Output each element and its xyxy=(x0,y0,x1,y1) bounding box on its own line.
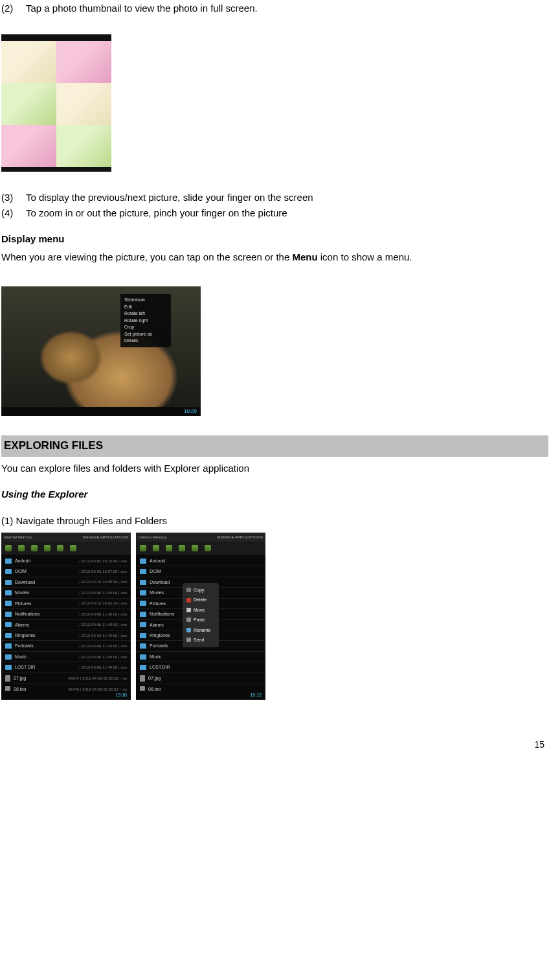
file-name: Download xyxy=(150,579,170,585)
file-row: Music xyxy=(136,652,265,662)
step-4: (4) To zoom in or out the picture, pinch… xyxy=(1,207,548,220)
file-context-menu: CopyDeleteMovePasteRenameSend xyxy=(183,583,219,647)
file-name: Podcasts xyxy=(15,643,34,649)
folder-icon xyxy=(140,559,146,564)
file-name: Android xyxy=(15,558,30,564)
file-row: Ringtones| 2012-09-06 11:40:06 | drw xyxy=(1,630,131,641)
photo-menu-item: Rotate left xyxy=(124,310,167,317)
step-3-text: To display the previous/next picture, sl… xyxy=(26,191,313,204)
file-name: Music xyxy=(150,654,161,660)
context-menu-icon xyxy=(186,638,191,642)
topbar-left: Internal Memory xyxy=(139,535,166,540)
clock-text: 10:29 xyxy=(184,408,197,415)
toolbar-icon xyxy=(192,545,198,551)
file-name: Notifications xyxy=(15,611,39,617)
photo-menu-item: Edit xyxy=(124,304,167,311)
context-menu-item: Move xyxy=(183,605,219,615)
display-menu-paragraph: When you are viewing the picture, you ca… xyxy=(1,251,548,264)
file-row: Android xyxy=(136,556,265,566)
display-menu-text-bold: Menu xyxy=(292,251,317,262)
file-name: Alarms xyxy=(150,622,164,628)
file-name: Pictures xyxy=(150,601,166,606)
topbar-right: MANAGE APPLICATIONS xyxy=(217,535,263,540)
status-bar: 19:10 xyxy=(1,691,131,700)
file-row: Podcasts| 2012-09-06 11:40:06 | drw xyxy=(1,641,131,651)
context-menu-label: Send xyxy=(194,637,204,643)
context-menu-item: Delete xyxy=(183,595,219,605)
step-3-number: (3) xyxy=(1,191,19,204)
toolbar-icon xyxy=(153,545,159,551)
using-explorer-heading: Using the Explorer xyxy=(1,488,548,501)
display-menu-text-post: icon to show a menu. xyxy=(318,251,412,262)
file-meta: | 2012-09-06 11:40:06 | drw xyxy=(80,612,128,617)
file-row: Alarms| 2012-09-06 11:40:06 | drw xyxy=(1,620,131,630)
photo-menu-figure: SlideshowEditRotate leftRotate rightCrop… xyxy=(1,286,548,416)
file-name: DCIM xyxy=(150,568,161,574)
folder-icon xyxy=(5,654,12,660)
file-list: Android| 2012-09-05 18:15:40 | drwDCIM| … xyxy=(1,555,131,697)
folder-icon xyxy=(5,643,12,649)
photo-menu-item: Set picture as xyxy=(124,331,167,338)
file-row: Android| 2012-09-05 18:15:40 | drw xyxy=(1,556,131,566)
nav-bar xyxy=(1,167,111,172)
context-menu-icon xyxy=(186,617,191,622)
clock-text: 19:10 xyxy=(115,692,127,698)
exploring-files-heading: EXPLORING FILES xyxy=(1,435,548,457)
photo-menu-item: Crop xyxy=(124,324,167,331)
photo-menu-item: Details xyxy=(124,338,167,345)
file-meta: | 2012-09-06 11:40:06 | drw xyxy=(80,633,128,638)
file-row: Notifications| 2012-09-06 11:40:06 | drw xyxy=(1,609,131,619)
step-4-number: (4) xyxy=(1,207,19,220)
step-3: (3) To display the previous/next picture… xyxy=(1,191,548,204)
file-meta: | 2012-09-06 11:40:06 | drw xyxy=(80,643,128,649)
file-row: LOST.DIR xyxy=(136,662,265,673)
context-menu-item: Copy xyxy=(183,585,219,595)
explorer-figures: Internal Memory MANAGE APPLICATIONS Andr… xyxy=(1,533,548,700)
file-name: LOST.DIR xyxy=(15,664,36,670)
context-menu-label: Paste xyxy=(194,617,205,623)
page-number: 15 xyxy=(1,739,548,751)
photo-thumbnail-figure xyxy=(1,34,548,172)
status-bar: 10:29 xyxy=(1,407,201,416)
exploring-files-intro: You can explore files and folders with E… xyxy=(1,462,548,475)
context-menu-icon xyxy=(186,598,191,603)
folder-icon xyxy=(140,612,146,617)
toolbar-icon xyxy=(44,545,50,551)
folder-icon xyxy=(5,569,12,574)
context-menu-label: Move xyxy=(194,607,205,613)
file-row: LOST.DIR| 2012-09-06 11:40:06 | drw xyxy=(1,662,131,673)
toolbar-icon xyxy=(166,545,172,551)
file-row: Music| 2012-09-06 11:40:06 | drw xyxy=(1,652,131,662)
status-bar: 19:12 xyxy=(136,691,265,700)
file-meta: | 2012-09-05 18:15:40 | drw xyxy=(80,559,128,564)
folder-icon xyxy=(5,580,12,585)
file-row: Movies| 2012-09-06 11:40:06 | drw xyxy=(1,588,131,598)
folder-icon xyxy=(140,654,146,660)
toolbar-icon xyxy=(179,545,185,551)
explorer-toolbar xyxy=(1,542,131,555)
context-menu-label: Copy xyxy=(194,587,204,593)
photo-menu-item: Slideshow xyxy=(124,297,167,304)
context-menu-label: Delete xyxy=(194,597,207,603)
file-meta: | 2012-09-10 16:08:36 | drw xyxy=(80,579,128,584)
photo-menu-item: Rotate right xyxy=(124,317,167,325)
tablet-screenshot-portrait xyxy=(1,34,111,172)
file-name: 07.jpg xyxy=(14,675,26,681)
folder-icon xyxy=(140,569,146,574)
file-icon xyxy=(5,675,10,682)
navigate-title: (1) Navigate through Files and Folders xyxy=(1,514,548,527)
folder-icon xyxy=(5,601,12,606)
explorer-topbar: Internal Memory MANAGE APPLICATIONS xyxy=(1,533,131,542)
topbar-right: MANAGE APPLICATIONS xyxy=(82,535,128,540)
folder-icon xyxy=(5,559,12,564)
explorer-screenshot-right: Internal Memory MANAGE APPLICATIONS Andr… xyxy=(136,533,265,700)
step-2-number: (2) xyxy=(1,2,19,15)
file-name: Download xyxy=(15,579,35,585)
folder-icon xyxy=(5,622,12,627)
photo-fullscreen xyxy=(1,41,111,167)
context-menu-label: Rename xyxy=(194,627,210,633)
toolbar-icon xyxy=(140,545,146,551)
file-row: Download| 2012-09-10 16:08:36 | drw xyxy=(1,577,131,588)
toolbar-icon xyxy=(205,545,211,551)
folder-icon xyxy=(5,612,12,617)
